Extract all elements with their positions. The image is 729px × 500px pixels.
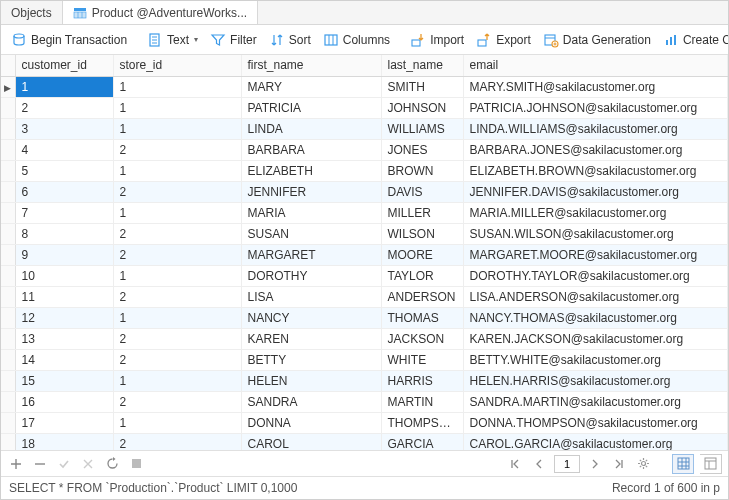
- cell[interactable]: GARCIA: [381, 433, 463, 451]
- cell[interactable]: MARIA.MILLER@sakilacustomer.org: [463, 202, 728, 223]
- table-row[interactable]: 132KARENJACKSONKAREN.JACKSON@sakilacusto…: [1, 328, 728, 349]
- cell[interactable]: 18: [15, 433, 113, 451]
- cell[interactable]: ANDERSON: [381, 286, 463, 307]
- cell[interactable]: 2: [113, 433, 241, 451]
- cell[interactable]: NANCY: [241, 307, 381, 328]
- cell[interactable]: KAREN.JACKSON@sakilacustomer.org: [463, 328, 728, 349]
- cell[interactable]: 6: [15, 181, 113, 202]
- export-button[interactable]: Export: [472, 29, 537, 51]
- cell[interactable]: MARY.SMITH@sakilacustomer.org: [463, 76, 728, 97]
- cell[interactable]: LISA: [241, 286, 381, 307]
- cell[interactable]: LINDA: [241, 118, 381, 139]
- stop-button[interactable]: [127, 455, 145, 473]
- first-page-button[interactable]: [506, 455, 524, 473]
- cell[interactable]: 16: [15, 391, 113, 412]
- cell[interactable]: 1: [113, 265, 241, 286]
- filter-button[interactable]: Filter: [206, 29, 263, 51]
- cell[interactable]: MARY: [241, 76, 381, 97]
- table-row[interactable]: 171DONNATHOMPSONDONNA.THOMPSON@sakilacus…: [1, 412, 728, 433]
- cell[interactable]: 2: [113, 223, 241, 244]
- begin-transaction-button[interactable]: Begin Transaction: [7, 29, 133, 51]
- cell[interactable]: SUSAN.WILSON@sakilacustomer.org: [463, 223, 728, 244]
- cell[interactable]: 2: [113, 391, 241, 412]
- cell[interactable]: SANDRA.MARTIN@sakilacustomer.org: [463, 391, 728, 412]
- cell[interactable]: DOROTHY.TAYLOR@sakilacustomer.org: [463, 265, 728, 286]
- cell[interactable]: ELIZABETH: [241, 160, 381, 181]
- row-header[interactable]: [1, 349, 15, 370]
- text-mode-button[interactable]: Text ▾: [143, 29, 204, 51]
- cell[interactable]: SANDRA: [241, 391, 381, 412]
- cell[interactable]: MOORE: [381, 244, 463, 265]
- grid-view-button[interactable]: [672, 454, 694, 474]
- cell[interactable]: JACKSON: [381, 328, 463, 349]
- cell[interactable]: 8: [15, 223, 113, 244]
- cell[interactable]: 11: [15, 286, 113, 307]
- col-email[interactable]: email: [463, 55, 728, 76]
- form-view-button[interactable]: [700, 454, 722, 474]
- settings-button[interactable]: [634, 455, 652, 473]
- cell[interactable]: SMITH: [381, 76, 463, 97]
- col-store-id[interactable]: store_id: [113, 55, 241, 76]
- tab-product[interactable]: Product @AdventureWorks...: [63, 1, 258, 24]
- cancel-button[interactable]: [79, 455, 97, 473]
- cell[interactable]: 2: [113, 328, 241, 349]
- cell[interactable]: WHITE: [381, 349, 463, 370]
- import-button[interactable]: Import: [406, 29, 470, 51]
- table-row[interactable]: 31LINDAWILLIAMSLINDA.WILLIAMS@sakilacust…: [1, 118, 728, 139]
- cell[interactable]: LISA.ANDERSON@sakilacustomer.org: [463, 286, 728, 307]
- cell[interactable]: 2: [113, 244, 241, 265]
- row-header[interactable]: [1, 370, 15, 391]
- cell[interactable]: 5: [15, 160, 113, 181]
- cell[interactable]: 9: [15, 244, 113, 265]
- row-header[interactable]: [1, 391, 15, 412]
- row-header[interactable]: [1, 139, 15, 160]
- cell[interactable]: BARBARA: [241, 139, 381, 160]
- cell[interactable]: NANCY.THOMAS@sakilacustomer.org: [463, 307, 728, 328]
- row-header[interactable]: ▶: [1, 76, 15, 97]
- cell[interactable]: THOMAS: [381, 307, 463, 328]
- cell[interactable]: HELEN: [241, 370, 381, 391]
- table-row[interactable]: 42BARBARAJONESBARBARA.JONES@sakilacustom…: [1, 139, 728, 160]
- col-customer-id[interactable]: customer_id: [15, 55, 113, 76]
- page-input[interactable]: [554, 455, 580, 473]
- table-row[interactable]: 51ELIZABETHBROWNELIZABETH.BROWN@sakilacu…: [1, 160, 728, 181]
- table-row[interactable]: 21PATRICIAJOHNSONPATRICIA.JOHNSON@sakila…: [1, 97, 728, 118]
- cell[interactable]: MARIA: [241, 202, 381, 223]
- cell[interactable]: 14: [15, 349, 113, 370]
- row-header[interactable]: [1, 412, 15, 433]
- cell[interactable]: 1: [113, 370, 241, 391]
- cell[interactable]: TAYLOR: [381, 265, 463, 286]
- cell[interactable]: DAVIS: [381, 181, 463, 202]
- row-header[interactable]: [1, 223, 15, 244]
- cell[interactable]: 1: [113, 412, 241, 433]
- delete-row-button[interactable]: [31, 455, 49, 473]
- cell[interactable]: ELIZABETH.BROWN@sakilacustomer.org: [463, 160, 728, 181]
- cell[interactable]: BARBARA.JONES@sakilacustomer.org: [463, 139, 728, 160]
- table-row[interactable]: 182CAROLGARCIACAROL.GARCIA@sakilacustome…: [1, 433, 728, 451]
- cell[interactable]: PATRICIA.JOHNSON@sakilacustomer.org: [463, 97, 728, 118]
- row-header[interactable]: [1, 181, 15, 202]
- row-header[interactable]: [1, 307, 15, 328]
- row-header[interactable]: [1, 202, 15, 223]
- table-row[interactable]: 82SUSANWILSONSUSAN.WILSON@sakilacustomer…: [1, 223, 728, 244]
- cell[interactable]: 12: [15, 307, 113, 328]
- cell[interactable]: 3: [15, 118, 113, 139]
- cell[interactable]: 2: [113, 349, 241, 370]
- cell[interactable]: JOHNSON: [381, 97, 463, 118]
- cell[interactable]: 1: [113, 76, 241, 97]
- cell[interactable]: 10: [15, 265, 113, 286]
- row-header[interactable]: [1, 160, 15, 181]
- table-row[interactable]: 62JENNIFERDAVISJENNIFER.DAVIS@sakilacust…: [1, 181, 728, 202]
- cell[interactable]: WILLIAMS: [381, 118, 463, 139]
- cell[interactable]: 17: [15, 412, 113, 433]
- cell[interactable]: BROWN: [381, 160, 463, 181]
- cell[interactable]: HELEN.HARRIS@sakilacustomer.org: [463, 370, 728, 391]
- create-chart-button[interactable]: Create Ch: [659, 29, 728, 51]
- cell[interactable]: MILLER: [381, 202, 463, 223]
- next-page-button[interactable]: [586, 455, 604, 473]
- cell[interactable]: WILSON: [381, 223, 463, 244]
- cell[interactable]: 13: [15, 328, 113, 349]
- table-row[interactable]: ▶11MARYSMITHMARY.SMITH@sakilacustomer.or…: [1, 76, 728, 97]
- cell[interactable]: 15: [15, 370, 113, 391]
- add-row-button[interactable]: [7, 455, 25, 473]
